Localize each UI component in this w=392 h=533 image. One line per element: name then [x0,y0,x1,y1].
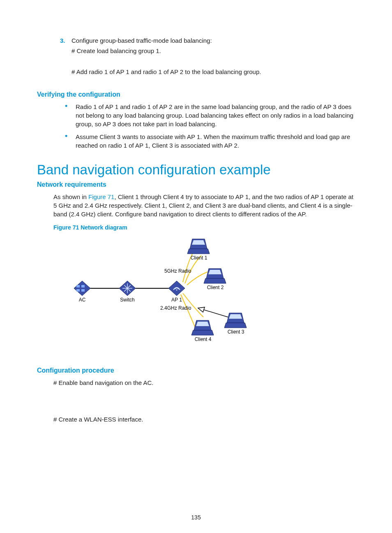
ac-node-icon [74,281,90,296]
figure-reference-link[interactable]: Figure 71 [88,193,114,200]
svg-marker-22 [191,330,214,335]
bullet-list: • Radio 1 of AP 1 and radio 1 of AP 2 ar… [65,102,355,150]
client3-label: Client 3 [228,329,244,335]
heading-config-procedure: Configuration procedure [37,367,355,374]
switch-node-icon [119,281,136,296]
svg-rect-6 [81,289,85,292]
list-item: • Assume Client 3 wants to associate wit… [65,132,355,150]
svg-marker-19 [224,323,247,328]
ordered-step-3: 3. Configure group-based traffic-mode lo… [37,37,355,44]
svg-marker-18 [229,314,242,319]
svg-point-9 [176,290,178,291]
page-number: 135 [37,514,355,521]
list-text: Radio 1 of AP 1 and radio 1 of AP 2 are … [76,102,355,128]
step-number: 3. [60,37,71,44]
step-subtext: # Add radio 1 of AP 1 and radio 1 of AP … [71,68,355,75]
svg-marker-16 [204,278,226,283]
ac-label: AC [79,297,86,303]
client4-laptop-icon [191,320,214,335]
heading-main: Band navigation configuration example [37,162,355,178]
heading-verifying: Verifying the configuration [37,91,355,98]
svg-marker-2 [74,281,90,296]
client3-laptop-icon [224,313,247,328]
list-item: • Radio 1 of AP 1 and radio 1 of AP 2 ar… [65,102,355,128]
svg-rect-3 [76,285,80,287]
ap1-node-icon [168,281,185,296]
step-subtext: # Create load balancing group 1. [71,47,355,54]
procedure-step: # Enable band navigation on the AC. [53,378,355,387]
client1-label: Client 1 [191,255,208,261]
client2-label: Client 2 [207,285,224,290]
svg-marker-10 [198,307,205,312]
bullet-icon: • [65,132,76,150]
switch-label: Switch [120,297,134,303]
client4-label: Client 4 [195,336,212,342]
svg-rect-4 [81,285,85,287]
svg-marker-12 [192,240,205,245]
svg-marker-15 [208,270,221,274]
ap1-label: AP 1 [171,297,182,303]
client2-laptop-icon [204,269,226,283]
document-page: 3. Configure group-based traffic-mode lo… [0,0,392,533]
paragraph: As shown in Figure 71, Client 1 through … [53,192,355,218]
radio-5ghz-label: 5GHz Radio [164,268,191,274]
text-pre: As shown in [53,193,88,200]
client1-laptop-icon [187,239,210,254]
network-diagram: AC Switch AP 1 5GHz Radio 2.4GHz Radio [66,235,355,351]
svg-marker-21 [196,322,209,326]
bullet-icon: • [65,102,76,128]
list-text: Assume Client 3 wants to associate with … [76,132,355,150]
step-text: Configure group-based traffic-mode load … [71,37,355,44]
svg-rect-5 [76,289,80,292]
figure-caption: Figure 71 Network diagram [53,224,355,231]
heading-network-requirements: Network requirements [37,181,355,188]
radio-24ghz-label: 2.4GHz Radio [160,305,191,311]
procedure-step: # Create a WLAN-ESS interface. [53,415,355,424]
svg-marker-13 [187,249,210,254]
